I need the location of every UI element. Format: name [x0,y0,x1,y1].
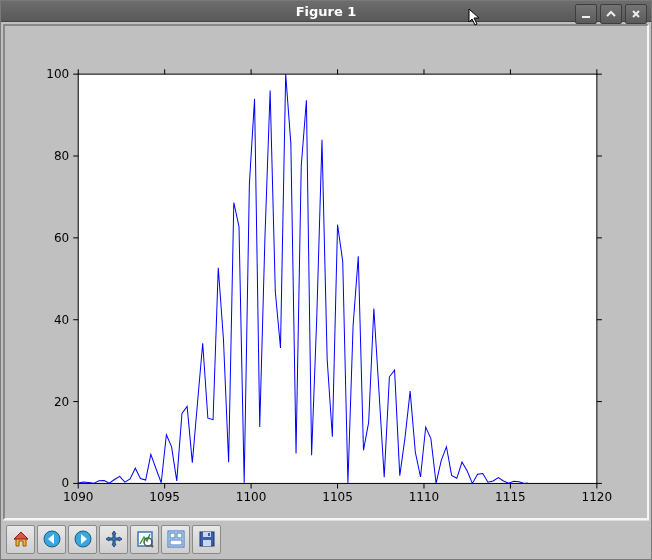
home-icon [11,529,31,549]
matplotlib-toolbar [3,520,649,557]
save-icon [197,529,217,549]
configure-subplots-button[interactable] [161,525,190,554]
y-tick-label: 20 [54,395,69,409]
svg-rect-11 [170,540,182,545]
plot-canvas-frame: 1090109511001105111011151120020406080100 [3,24,649,520]
plot-canvas[interactable]: 1090109511001105111011151120020406080100 [5,26,647,518]
window-body: 1090109511001105111011151120020406080100 [1,22,651,559]
svg-rect-15 [208,533,210,536]
svg-rect-9 [170,533,175,538]
subplots-icon [166,529,186,549]
y-tick-label: 80 [54,149,69,163]
svg-rect-10 [177,533,182,538]
maximize-button[interactable] [600,4,622,24]
back-button[interactable] [37,525,66,554]
x-tick-label: 1110 [409,491,440,505]
maximize-icon [606,9,616,19]
axes-area[interactable] [78,75,597,484]
y-tick-label: 0 [62,477,70,491]
x-tick-label: 1090 [63,491,94,505]
window-buttons [575,4,647,24]
svg-rect-14 [203,540,211,546]
pan-icon [104,529,124,549]
zoom-icon [135,529,155,549]
forward-arrow-icon [73,529,93,549]
zoom-button[interactable] [130,525,159,554]
y-tick-label: 60 [54,231,69,245]
x-tick-label: 1095 [149,491,180,505]
pan-button[interactable] [99,525,128,554]
minimize-button[interactable] [575,4,597,24]
y-tick-label: 100 [46,68,69,82]
x-tick-label: 1100 [236,491,267,505]
home-button[interactable] [6,525,35,554]
back-arrow-icon [42,529,62,549]
close-icon [631,9,641,19]
figure-window: Figure 1 1090109511001105111011151120020… [0,0,652,560]
y-tick-label: 40 [54,313,69,327]
svg-line-7 [151,545,153,547]
window-title: Figure 1 [1,4,651,19]
x-tick-label: 1120 [582,491,613,505]
save-button[interactable] [192,525,221,554]
forward-button[interactable] [68,525,97,554]
close-button[interactable] [625,4,647,24]
x-tick-label: 1115 [495,491,526,505]
titlebar[interactable]: Figure 1 [1,1,651,22]
x-tick-label: 1105 [322,491,353,505]
minimize-icon [581,9,591,19]
